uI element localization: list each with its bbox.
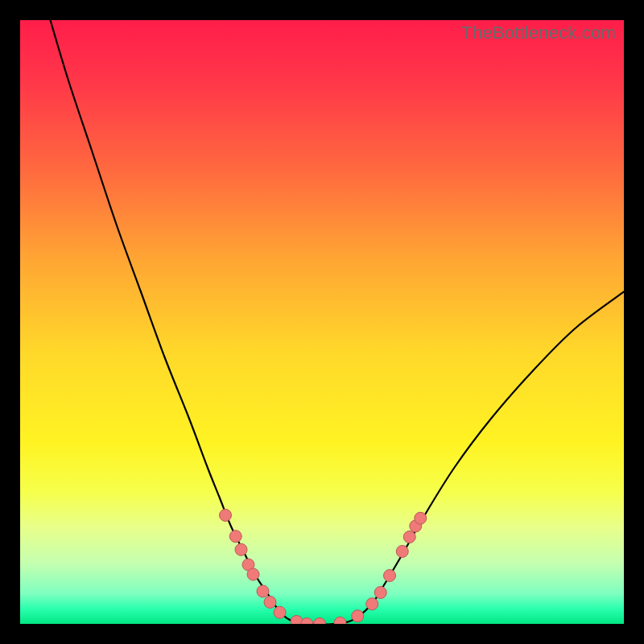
highlight-dot	[229, 530, 242, 543]
highlight-dot	[374, 587, 386, 599]
chart-svg	[20, 20, 624, 624]
highlight-dot	[314, 618, 326, 625]
highlight-dot	[396, 546, 408, 558]
highlight-dot	[352, 610, 364, 622]
plot-area: TheBottleneck.com	[20, 20, 624, 624]
highlight-dot	[220, 510, 232, 522]
highlight-dot	[247, 568, 259, 580]
highlight-dot	[415, 512, 427, 524]
highlight-dot	[257, 585, 269, 597]
highlight-dot	[384, 570, 396, 582]
watermark-text: TheBottleneck.com	[461, 23, 616, 43]
highlight-dot	[274, 606, 286, 618]
highlight-dot	[403, 531, 415, 543]
highlight-dot	[264, 597, 276, 609]
highlight-dot	[235, 543, 247, 555]
highlight-dot	[334, 617, 346, 624]
bottleneck-curve	[51, 20, 625, 624]
outer-frame: TheBottleneck.com	[0, 0, 644, 644]
highlight-dot	[366, 598, 378, 610]
highlight-dot	[301, 618, 313, 625]
